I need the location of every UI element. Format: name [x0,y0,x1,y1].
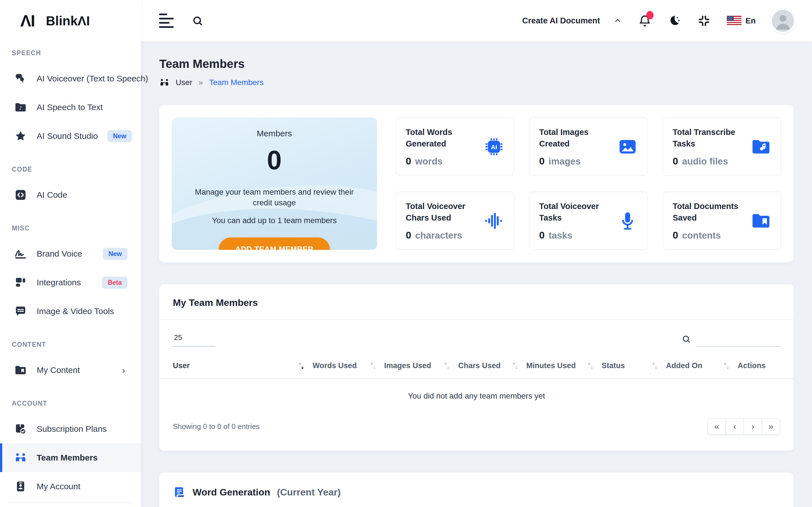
stat-value: 0 [673,156,678,167]
sidebar-item-label: Integrations [37,278,81,287]
search-icon [681,334,691,347]
sidebar-section-account: ACCOUNT Subscription Plans Team Members … [0,394,141,507]
stat-title: Total Words Generated [406,126,479,149]
topbar: Create AI Document En [141,0,812,41]
chevron-up-icon [613,17,622,25]
stat-value: 0 [539,230,545,241]
sidebar-section-speech: SPEECH AI Voiceover (Text to Speech) ♪ A… [0,44,141,151]
column-header-images-used[interactable]: Images Used [384,361,458,370]
pagination-next-button[interactable]: › [744,418,762,435]
column-header-actions: Actions [738,361,780,370]
table-footer: Showing 0 to 0 of 0 entries « ‹ › » [159,413,794,451]
chart-subtitle: Monitor word generation closely [173,506,780,507]
sidebar-item-label: AI Code [37,190,67,200]
create-ai-document-button[interactable]: Create AI Document [522,16,622,25]
search-icon[interactable] [192,15,204,27]
stat-value: 0 [406,156,411,167]
folder-music-icon [751,136,771,157]
sidebar-section-content: CONTENT My Content › [0,335,141,385]
sort-icon [512,362,519,370]
breadcrumb-root[interactable]: User [175,78,192,87]
stat-title: Total Images Created [539,126,612,149]
notifications-bell-icon[interactable] [638,14,651,27]
stat-value: 0 [539,156,545,167]
sort-icon [298,362,305,370]
sidebar-item-label: My Content [37,365,80,375]
section-label-code: CODE [0,160,141,180]
page-size-select[interactable]: 25 [173,332,215,347]
table-search-input[interactable] [696,331,780,347]
sidebar-item-label: Team Members [37,453,98,462]
page-title: Team Members [159,57,794,71]
stat-card-transcribe-tasks: Total Transcribe Tasks 0audio files [663,117,781,176]
breadcrumb: User » Team Members [159,77,794,88]
brand-logo[interactable]: ΛI BlinkΛI [0,0,141,41]
sidebar-item-ai-speech-to-text[interactable]: ♪ AI Speech to Text [0,93,141,122]
sidebar-item-ai-voiceover[interactable]: AI Voiceover (Text to Speech) [0,64,141,93]
ai-chip-icon: AI [484,136,504,157]
column-header-chars-used[interactable]: Chars Used [458,361,526,370]
members-card-description: Manage your team members and review thei… [188,187,361,208]
svg-text:AI: AI [491,144,497,151]
microphone-icon [617,211,638,231]
sidebar-item-ai-code[interactable]: AI Code [0,180,141,209]
column-header-words-used[interactable]: Words Used [312,361,384,370]
column-header-user[interactable]: User [173,361,312,370]
main-content: Team Members User » Team Members Members… [141,41,812,507]
stat-unit: characters [415,230,462,241]
members-card-title: Members [188,129,361,138]
sidebar-item-integrations[interactable]: Integrations Beta [0,268,141,297]
beta-badge: Beta [102,277,128,289]
sidebar-item-brand-voice[interactable]: Brand Voice New [0,239,141,268]
breadcrumb-current[interactable]: Team Members [209,78,264,87]
compress-fullscreen-icon[interactable] [698,14,711,27]
sidebar: ΛI BlinkΛI SPEECH AI Voiceover (Text to … [0,0,141,507]
stat-unit: audio files [682,156,728,167]
sidebar-item-label: AI Speech to Text [37,103,103,112]
menu-toggle-icon[interactable] [159,11,174,31]
new-badge: New [107,130,132,142]
sidebar-item-subscription-plans[interactable]: Subscription Plans [0,414,141,443]
sidebar-item-my-account[interactable]: My Account [0,472,141,501]
brand-logo-mark-icon: ΛI [20,11,35,30]
id-card-icon [14,480,27,493]
new-badge: New [103,248,128,260]
language-selector[interactable]: En [727,16,756,26]
section-label-account: ACCOUNT [0,394,141,414]
sidebar-item-affiliate-program[interactable]: $ Affiliate Program [0,501,141,507]
stat-card-images-created: Total Images Created 0images [529,117,648,176]
table-search [681,331,780,347]
column-header-added-on[interactable]: Added On [666,361,738,370]
dark-mode-moon-icon[interactable] [668,14,681,27]
team-members-icon [14,451,27,464]
add-team-member-button[interactable]: ADD TEAM MEMBER [219,237,330,250]
user-avatar[interactable] [772,10,794,32]
stat-card-words-generated: Total Words Generated 0words AI [396,117,514,176]
sidebar-section-misc: MISC Brand Voice New Integrations Beta I… [0,219,141,326]
column-header-minutes-used[interactable]: Minutes Used [526,361,602,370]
table-panel-header: My Team Members [159,284,794,320]
pagination: « ‹ › » [707,418,780,435]
pagination-prev-button[interactable]: ‹ [725,418,744,435]
sidebar-item-team-members[interactable]: Team Members [0,443,141,472]
pagination-last-button[interactable]: » [762,418,780,435]
caption-bubble-icon [14,305,27,318]
sidebar-item-label: Subscription Plans [37,424,107,434]
image-icon [617,136,638,157]
sidebar-item-image-video-tools[interactable]: Image & Video Tools [0,297,141,326]
stat-value: 0 [406,230,411,241]
column-header-status[interactable]: Status [602,361,666,370]
sort-icon [370,362,377,370]
pagination-first-button[interactable]: « [707,418,726,435]
sort-icon [587,362,594,370]
stat-title: Total Documents Saved [673,201,746,223]
stats-panel: Members 0 Manage your team members and r… [159,105,794,262]
code-icon [14,188,27,202]
stat-unit: images [549,156,581,167]
sidebar-item-label: Brand Voice [37,249,82,259]
signature-icon [14,247,27,260]
sidebar-item-my-content[interactable]: My Content › [0,356,141,385]
sidebar-item-ai-sound-studio[interactable]: AI Sound Studio New [0,122,141,151]
chart-title-suffix: (Current Year) [277,487,341,498]
stat-card-voiceover-chars: Total Voiceover Chars Used 0characters [396,191,514,250]
